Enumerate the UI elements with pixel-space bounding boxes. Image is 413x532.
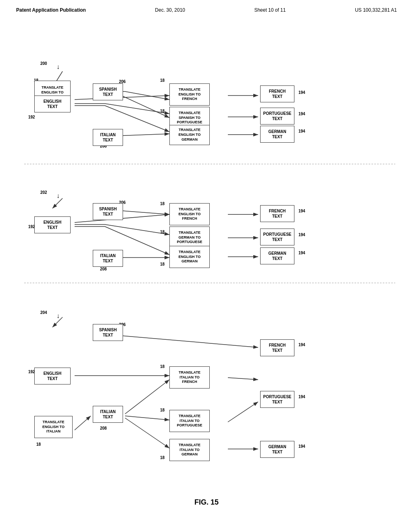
box-english-text-d3: ENGLISHTEXT [34,368,71,384]
label-194-d2-2: 194 [298,233,305,237]
label-208-d3: 208 [100,426,107,430]
svg-line-10 [117,94,169,118]
svg-line-33 [125,416,169,420]
label-194-d2-3: 194 [298,251,305,255]
box-port-text-d3: PORTUGUESETEXT [260,391,294,408]
svg-line-22 [117,210,169,214]
box-french-text-d1: FRENCHTEXT [260,85,294,102]
box-spanish-text-d2: SPANISHTEXT [93,203,123,220]
box-german-text-d1: GERMANTEXT [260,126,294,143]
box-english-text-d1: ENGLISHTEXT [34,96,71,112]
box-trans-de-port-d2: TRANSLATEGERMAN TOPORTUGUESE [169,227,210,249]
box-trans-eng-french-d1: TRANSLATEENGLISH TOFRENCH [169,83,210,106]
svg-line-37 [228,402,258,422]
label-192-d1: 192 [28,115,35,119]
page: Patent Application Publication Dec. 30, … [0,0,413,532]
label-18-d3-2: 18 [160,408,165,412]
arrow-200: ↓ [56,63,60,71]
box-german-text-d2: GERMANTEXT [260,247,294,264]
figure-caption: FIG. 15 [0,498,413,515]
arrow-202: ↓ [56,192,60,200]
label-194-d3-1: 194 [298,343,305,347]
box-trans-eng-german-d1: TRANSLATEENGLISH TOGERMAN [169,125,210,145]
box-french-text-d3: FRENCHTEXT [260,339,294,356]
box-french-text-d2: FRENCHTEXT [260,205,294,222]
svg-line-19 [105,224,169,235]
box-spanish-text-d3: SPANISHTEXT [93,324,123,341]
label-200: 200 [40,61,47,66]
svg-line-7 [105,106,169,132]
label-194-d3-2: 194 [298,395,305,399]
svg-line-29 [75,416,91,430]
label-194-d1-3: 194 [298,129,305,133]
box-english-text-d2: ENGLISHTEXT [34,216,71,233]
arrow-204: ↓ [56,312,60,320]
box-italian-text-d3: ITALIANTEXT [93,406,123,423]
svg-line-36 [228,378,258,380]
label-202: 202 [40,190,47,195]
label-18-d1-3: 18 [160,109,165,113]
svg-line-16 [52,198,63,208]
label-18-d2-3: 18 [160,262,165,266]
box-italian-text-d1: ITALIANTEXT [93,129,123,146]
label-194-d1-1: 194 [298,90,305,95]
diagram-area: 200 ↓ 18 18 18 206 208 192 194 194 194 T… [0,17,413,517]
label-18-d2-2: 18 [160,230,165,234]
label-18-d1-2: 18 [160,78,165,83]
box-spanish-text-d1: SPANISHTEXT [93,83,123,100]
label-208-d2: 208 [100,267,107,271]
header-date: Dec. 30, 2010 [155,7,185,13]
box-trans-it-port-d3: TRANSLATEITALIAN TOPORTUGUESE [169,410,210,432]
box-port-text-d1: PORTUGUESETEXT [260,108,294,125]
svg-line-5 [105,104,169,114]
header-left: Patent Application Publication [16,7,86,13]
label-194-d1-2: 194 [298,112,305,116]
label-18-d3-3: 18 [160,455,165,460]
box-trans-eng-french-d2: TRANSLATEENGLISH TOFRENCH [169,203,210,225]
box-trans-eng-italian-d3: TRANSLATEENGLISH TOITALIAN [34,416,73,438]
box-trans-it-german-d3: TRANSLATEITALIAN TOGERMAN [169,439,210,461]
box-german-text-d3: GERMANTEXT [260,441,294,458]
label-194-d3-3: 194 [298,444,305,449]
svg-line-9 [125,91,169,100]
label-18-d3-eng-it: 18 [36,442,41,447]
label-18-d3-1: 18 [160,364,165,369]
header-sheet: Sheet 10 of 11 [254,7,286,13]
box-italian-text-d2: ITALIANTEXT [93,250,123,267]
label-194-d2-1: 194 [298,209,305,213]
header-patent: US 100,332,281 A1 [355,7,397,13]
label-204: 204 [40,310,47,315]
svg-line-11 [117,134,169,136]
svg-line-34 [125,418,169,448]
label-18-d2-1: 18 [160,202,165,206]
svg-line-35 [117,335,258,347]
box-trans-eng-german-d2: TRANSLATEENGLISH TOGERMAN [169,246,210,268]
page-header: Patent Application Publication Dec. 30, … [0,0,413,17]
box-port-text-d2: PORTUGUESETEXT [260,229,294,245]
box-trans-it-french-d3: TRANSLATEITALIAN TOFRENCH [169,366,210,389]
